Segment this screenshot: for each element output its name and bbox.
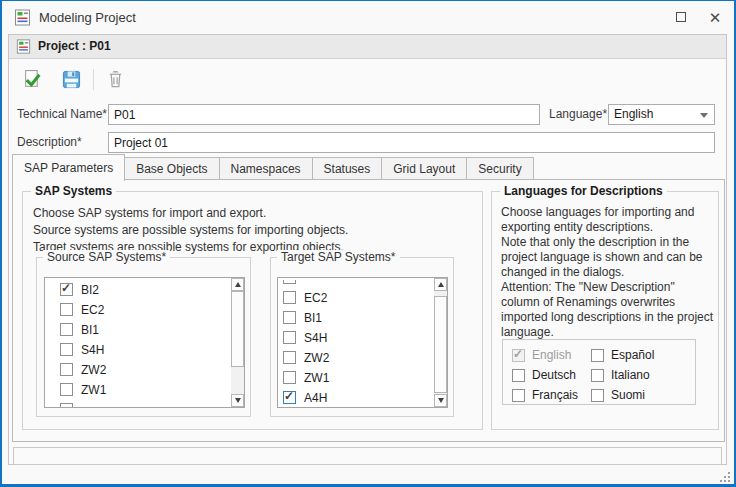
checkbox-zw1[interactable] [60, 383, 73, 396]
list-item-ec2[interactable]: EC2 [45, 300, 230, 320]
checkbox-english[interactable]: ✓ [512, 349, 525, 362]
title-bar: Modeling Project ✕ [2, 1, 734, 34]
source-systems-listbox[interactable]: ✓BI2EC2BI1S4HZW2ZW1 [44, 277, 245, 408]
tab-security[interactable]: Security [466, 157, 533, 180]
checkbox-zw2[interactable] [60, 363, 73, 376]
description-line: project language is shown and can be [501, 250, 713, 265]
target-systems-group: Target SAP Systems* EC2BI1S4HZW2ZW1✓A4H [270, 257, 454, 417]
list-item-label: BI1 [81, 320, 99, 340]
target-systems-rows: EC2BI1S4HZW2ZW1✓A4H [278, 280, 433, 407]
checkbox[interactable] [283, 280, 296, 284]
tab-sap-parameters[interactable]: SAP Parameters [12, 154, 125, 181]
language-option-label: Italiano [611, 367, 650, 384]
list-item-s4h[interactable]: S4H [278, 328, 433, 348]
languages-title: Languages for Descriptions [500, 184, 667, 198]
target-scrollbar[interactable] [434, 278, 447, 407]
languages-description: Choose languages for importing andexport… [501, 205, 713, 340]
checkbox[interactable] [60, 403, 73, 407]
checkbox-deutsch[interactable] [512, 369, 525, 382]
list-item-label: BI1 [304, 308, 322, 328]
list-item-ec2[interactable]: EC2 [278, 288, 433, 308]
project-title: Project : P01 [38, 35, 111, 58]
description-line: changed in the dialogs. [501, 265, 713, 280]
tab-base-objects[interactable]: Base Objects [124, 157, 219, 180]
checkbox-a4h[interactable]: ✓ [283, 391, 296, 404]
trash-icon [106, 70, 125, 89]
dialog-body: Project : P01 [8, 34, 727, 465]
scrollbar-thumb[interactable] [231, 291, 244, 367]
language-select[interactable]: English [608, 104, 715, 125]
window-title: Modeling Project [39, 1, 136, 34]
checkbox-espa-ol[interactable] [591, 349, 604, 362]
checkbox-italiano[interactable] [591, 369, 604, 382]
description-line: Source systems are possible systems for … [33, 222, 348, 239]
checkbox-zw2[interactable] [283, 351, 296, 364]
tab-grid-layout[interactable]: Grid Layout [381, 157, 467, 180]
list-item-partial[interactable] [45, 400, 230, 407]
checkbox-s4h[interactable] [60, 343, 73, 356]
languages-group: Languages for Descriptions Choose langua… [491, 191, 719, 430]
description-line: column of Renamings overwrites [501, 295, 713, 310]
sap-systems-group: SAP Systems Choose SAP systems for impor… [22, 191, 483, 430]
list-item-zw1[interactable]: ZW1 [45, 380, 230, 400]
checkbox-ec2[interactable] [60, 303, 73, 316]
checkbox-s4h[interactable] [283, 331, 296, 344]
list-item-zw2[interactable]: ZW2 [278, 348, 433, 368]
source-systems-group: Source SAP Systems* ✓BI2EC2BI1S4HZW2ZW1 [36, 257, 251, 417]
scroll-down-button[interactable] [231, 394, 244, 407]
arrow-up-icon [235, 282, 241, 287]
list-item-label: ZW1 [304, 368, 329, 388]
tab-strip: SAP ParametersBase ObjectsNamespacesStat… [12, 153, 723, 180]
project-icon [16, 39, 31, 54]
language-option-label: Français [532, 387, 578, 404]
tab-statuses[interactable]: Statuses [312, 157, 383, 180]
list-item-zw2[interactable]: ZW2 [45, 360, 230, 380]
list-item-label: BI2 [81, 280, 99, 300]
languages-checkbox-box: ✓EnglishDeutschFrançaisEspañolItalianoSu… [502, 339, 696, 405]
status-strip [13, 447, 722, 465]
description-line: Note that only the description in the [501, 235, 713, 250]
list-item-label: S4H [304, 328, 327, 348]
checkbox-ec2[interactable] [283, 291, 296, 304]
list-item-label: A4H [304, 388, 327, 407]
list-item-s4h[interactable]: S4H [45, 340, 230, 360]
close-icon: ✕ [709, 9, 722, 26]
scroll-down-button[interactable] [434, 394, 447, 407]
checkbox-fran-ais[interactable] [512, 389, 525, 402]
arrow-down-icon [235, 398, 241, 403]
scroll-up-button[interactable] [434, 278, 447, 291]
target-systems-listbox[interactable]: EC2BI1S4HZW2ZW1✓A4H [277, 277, 448, 408]
checkbox-zw1[interactable] [283, 371, 296, 384]
modeling-project-dialog: Modeling Project ✕ Project : P01 [0, 0, 736, 487]
sap-systems-description: Choose SAP systems for import and export… [33, 205, 348, 256]
delete-button[interactable] [102, 66, 128, 92]
checkbox-bi1[interactable] [283, 311, 296, 324]
tab-page-sap-parameters: SAP Systems Choose SAP systems for impor… [12, 179, 725, 442]
validate-button[interactable] [19, 66, 45, 92]
checkbox-suomi[interactable] [591, 389, 604, 402]
list-item-label: ZW2 [81, 360, 106, 380]
maximize-button[interactable] [664, 3, 698, 32]
list-item-partial[interactable] [278, 280, 433, 288]
check-icon: ✓ [61, 281, 71, 295]
list-item-zw1[interactable]: ZW1 [278, 368, 433, 388]
scrollbar-thumb[interactable] [434, 296, 447, 393]
close-button[interactable]: ✕ [698, 3, 732, 32]
checkbox-bi1[interactable] [60, 323, 73, 336]
list-item-a4h[interactable]: ✓A4H [278, 388, 433, 407]
checkbox-bi2[interactable]: ✓ [60, 283, 73, 296]
tab-namespaces[interactable]: Namespaces [219, 157, 313, 180]
scroll-up-button[interactable] [231, 278, 244, 291]
resize-grip[interactable] [717, 469, 730, 482]
description-input[interactable] [108, 132, 715, 153]
list-item-bi1[interactable]: BI1 [278, 308, 433, 328]
save-button[interactable] [58, 66, 84, 92]
technical-name-input[interactable] [108, 104, 540, 125]
list-item-bi2[interactable]: ✓BI2 [45, 280, 230, 300]
language-option-label: English [532, 347, 571, 364]
language-value: English [614, 107, 653, 121]
toolbar [9, 60, 726, 98]
list-item-bi1[interactable]: BI1 [45, 320, 230, 340]
source-scrollbar[interactable] [231, 278, 244, 407]
floppy-disk-icon [62, 70, 81, 89]
